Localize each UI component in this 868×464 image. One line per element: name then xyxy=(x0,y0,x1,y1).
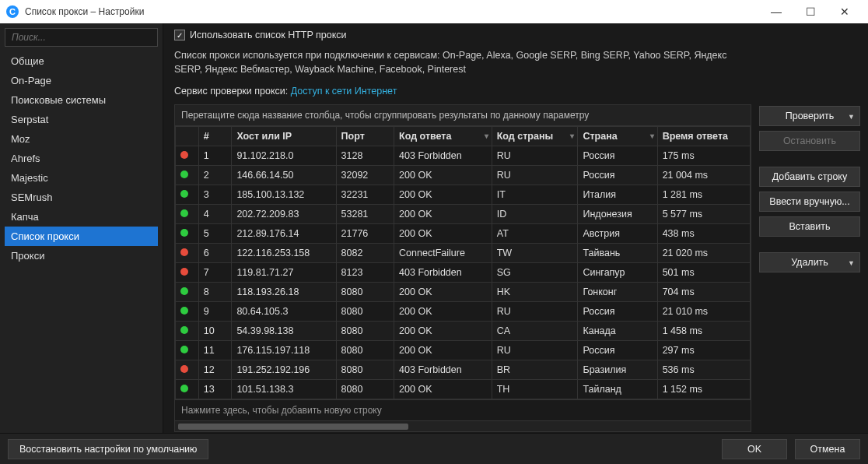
cell-cn: Индонезия xyxy=(578,205,657,224)
cell-cn: Россия xyxy=(578,146,657,166)
cell-rt: 175 ms xyxy=(657,146,750,166)
table-row[interactable]: 4202.72.209.8353281200 OKIDИндонезия5 57… xyxy=(176,205,751,224)
close-button[interactable]: ✕ xyxy=(828,0,862,23)
table-row[interactable]: 191.102.218.03128403 ForbiddenRUРоссия17… xyxy=(176,146,751,166)
cell-code: 200 OK xyxy=(394,283,492,302)
check-button[interactable]: Проверить▼ xyxy=(759,106,860,126)
title-bar: C Список прокси – Настройки — ☐ ✕ xyxy=(0,0,868,23)
sidebar-item-прокси[interactable]: Прокси xyxy=(5,246,158,265)
filter-icon[interactable]: ▾ xyxy=(570,132,574,140)
cell-num: 6 xyxy=(198,244,232,263)
use-proxy-checkbox[interactable]: ✓ xyxy=(174,30,185,40)
cell-rt: 5 577 ms xyxy=(657,205,750,224)
add-row-button[interactable]: Добавить строку xyxy=(759,167,860,187)
ok-button[interactable]: OK xyxy=(722,439,787,459)
col-num[interactable]: # xyxy=(198,127,232,146)
filter-icon[interactable]: ▾ xyxy=(485,132,488,140)
table-row[interactable]: 13101.51.138.38080200 OKTHТайланд1 152 m… xyxy=(176,380,751,399)
restore-defaults-button[interactable]: Восстановить настройки по умолчанию xyxy=(8,439,208,459)
cell-cc: CA xyxy=(492,322,578,341)
search-input[interactable] xyxy=(5,28,158,47)
cell-code: ConnectFailure xyxy=(394,244,492,263)
cell-rt: 501 ms xyxy=(657,263,750,283)
table-row[interactable]: 2146.66.14.5032092200 OKRUРоссия21 004 m… xyxy=(176,166,751,185)
cell-rt: 1 458 ms xyxy=(657,322,750,341)
maximize-button[interactable]: ☐ xyxy=(793,0,828,23)
cell-num: 7 xyxy=(198,263,232,283)
sidebar-item-on-page[interactable]: On-Page xyxy=(5,71,158,90)
add-row-hint[interactable]: Нажмите здесь, чтобы добавить новую стро… xyxy=(175,399,751,420)
col-cn[interactable]: Страна▾ xyxy=(578,127,657,146)
sidebar-item-капча[interactable]: Капча xyxy=(5,207,158,227)
cell-cn: Россия xyxy=(578,166,657,185)
cell-rt: 21 004 ms xyxy=(657,166,750,185)
cell-num: 9 xyxy=(198,302,232,322)
table-header-row: # Хост или IP Порт Код ответа▾ Код стран… xyxy=(176,127,751,146)
cell-rt: 21 020 ms xyxy=(657,244,750,263)
cell-code: 200 OK xyxy=(394,166,492,185)
sidebar-item-ahrefs[interactable]: Ahrefs xyxy=(5,149,158,168)
table-row[interactable]: 980.64.105.38080200 OKRUРоссия21 010 ms xyxy=(176,302,751,322)
cancel-button[interactable]: Отмена xyxy=(795,439,860,459)
cell-port: 8080 xyxy=(336,360,394,380)
cell-num: 8 xyxy=(198,283,232,302)
sidebar-item-majestic[interactable]: Majestic xyxy=(5,168,158,188)
col-host[interactable]: Хост или IP xyxy=(232,127,336,146)
table-row[interactable]: 5212.89.176.1421776200 OKATАвстрия438 ms xyxy=(176,224,751,244)
group-hint[interactable]: Перетащите сюда название столбца, чтобы … xyxy=(175,105,751,126)
cell-host: 91.102.218.0 xyxy=(232,146,336,166)
cell-code: 200 OK xyxy=(394,185,492,205)
col-rt[interactable]: Время ответа xyxy=(657,127,750,146)
minimize-button[interactable]: — xyxy=(759,0,793,23)
table-row[interactable]: 12191.252.192.1968080403 ForbiddenBRБраз… xyxy=(176,360,751,380)
sidebar-item-поисковые-системы[interactable]: Поисковые системы xyxy=(5,90,158,110)
cell-port: 32092 xyxy=(336,166,394,185)
sidebar-item-moz[interactable]: Moz xyxy=(5,129,158,149)
manual-input-button[interactable]: Ввести вручную... xyxy=(759,192,860,212)
status-cell xyxy=(176,166,199,185)
table-row[interactable]: 8118.193.26.188080200 OKHKГонконг704 ms xyxy=(176,283,751,302)
cell-num: 5 xyxy=(198,224,232,244)
cell-host: 101.51.138.3 xyxy=(232,380,336,399)
cell-num: 13 xyxy=(198,380,232,399)
paste-button[interactable]: Вставить xyxy=(759,216,860,237)
status-cell xyxy=(176,224,199,244)
table-row[interactable]: 6122.116.253.1588082ConnectFailureTWТайв… xyxy=(176,244,751,263)
col-cc[interactable]: Код страны▾ xyxy=(492,127,578,146)
cell-port: 32231 xyxy=(336,185,394,205)
cell-num: 10 xyxy=(198,322,232,341)
cell-cn: Бразилия xyxy=(578,360,657,380)
col-status[interactable] xyxy=(176,127,199,146)
filter-icon[interactable]: ▾ xyxy=(650,132,654,140)
sidebar-item-список-прокси[interactable]: Список прокси xyxy=(5,227,158,246)
cell-port: 8080 xyxy=(336,283,394,302)
sidebar-item-общие[interactable]: Общие xyxy=(5,51,158,71)
table-row[interactable]: 11176.115.197.1188080200 OKRUРоссия297 m… xyxy=(176,341,751,360)
cell-host: 80.64.105.3 xyxy=(232,302,336,322)
delete-button[interactable]: Удалить▼ xyxy=(759,252,860,272)
cell-cn: Сингапур xyxy=(578,263,657,283)
table-row[interactable]: 7119.81.71.278123403 ForbiddenSGСингапур… xyxy=(176,263,751,283)
sidebar-item-serpstat[interactable]: Serpstat xyxy=(5,110,158,129)
scrollbar-thumb[interactable] xyxy=(178,424,408,430)
status-cell xyxy=(176,360,199,380)
col-code[interactable]: Код ответа▾ xyxy=(394,127,492,146)
sidebar: ОбщиеOn-PageПоисковые системыSerpstatMoz… xyxy=(0,23,163,433)
cell-rt: 21 010 ms xyxy=(657,302,750,322)
cell-port: 53281 xyxy=(336,205,394,224)
sidebar-item-semrush[interactable]: SEMrush xyxy=(5,188,158,207)
service-link[interactable]: Доступ к сети Интернет xyxy=(291,86,397,97)
stop-button[interactable]: Остановить xyxy=(759,131,860,151)
cell-rt: 1 281 ms xyxy=(657,185,750,205)
cell-code: 200 OK xyxy=(394,380,492,399)
table-row[interactable]: 3185.100.13.13232231200 OKITИталия1 281 … xyxy=(176,185,751,205)
status-cell xyxy=(176,205,199,224)
cell-port: 8123 xyxy=(336,263,394,283)
cell-host: 122.116.253.158 xyxy=(232,244,336,263)
horizontal-scrollbar[interactable] xyxy=(175,420,751,431)
table-row[interactable]: 1054.39.98.1388080200 OKCAКанада1 458 ms xyxy=(176,322,751,341)
cell-cn: Австрия xyxy=(578,224,657,244)
status-cell xyxy=(176,244,199,263)
status-dot-icon xyxy=(180,326,188,334)
col-port[interactable]: Порт xyxy=(336,127,394,146)
